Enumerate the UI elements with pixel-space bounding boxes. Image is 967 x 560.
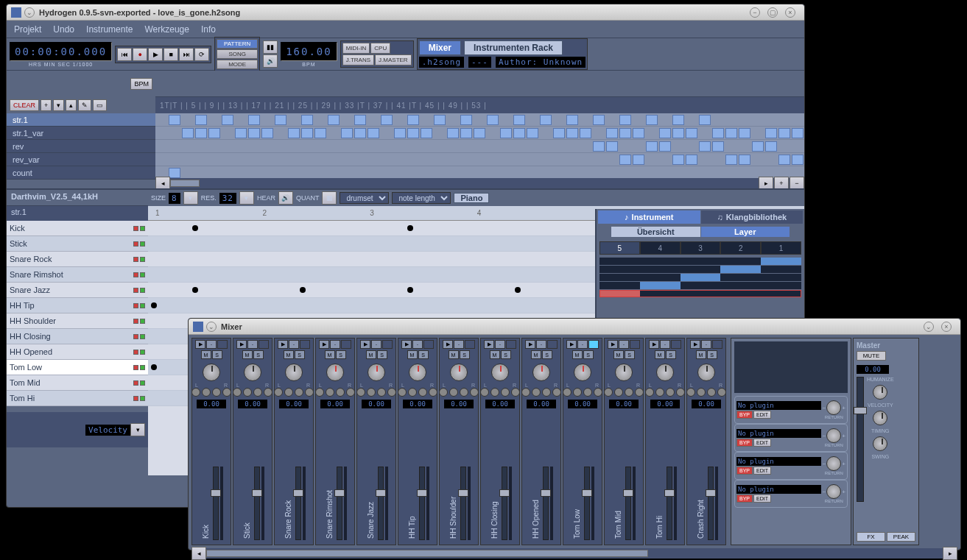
song-cell[interactable] [672,115,684,125]
song-cell[interactable] [593,141,605,152]
song-cell[interactable] [275,115,286,125]
menu-projekt[interactable]: Projekt [14,24,41,35]
res-dropdown-icon[interactable]: ▾ [239,191,254,205]
send-knob-4[interactable] [429,388,437,397]
channel-solo-button[interactable]: S [707,350,717,359]
send-knob-2[interactable] [614,388,623,397]
note[interactable] [515,287,521,293]
play-button[interactable]: ▶ [148,48,163,61]
channel-solo-button[interactable]: S [501,350,511,359]
res-value[interactable]: 32 [219,193,236,204]
song-cell[interactable] [619,115,631,125]
channel-play-button[interactable]: ▶ [401,340,412,349]
song-cell[interactable] [752,141,764,152]
song-cell[interactable] [646,141,658,152]
send-knob-4[interactable] [594,388,602,397]
song-cell[interactable] [792,128,804,138]
layer-2[interactable]: 2 [720,241,761,255]
solo-led[interactable] [140,241,145,247]
note[interactable] [151,302,157,308]
notelength-select[interactable]: note length [392,192,451,204]
pattern-row-str1[interactable]: str.1 [7,113,155,127]
pattern-row-rev[interactable]: rev [7,140,155,153]
song-cell[interactable] [222,115,233,125]
channel-fader[interactable] [460,467,466,540]
channel-trigger-button[interactable]: · [701,340,711,349]
song-cell[interactable] [580,128,591,138]
mute-led[interactable] [133,319,138,324]
song-cell[interactable] [619,155,631,165]
send-knob-2[interactable] [367,388,376,397]
channel-play-button[interactable]: ▶ [525,340,535,349]
send-knob-1[interactable] [604,388,613,397]
song-cell[interactable] [169,168,180,178]
send-knob-3[interactable] [542,388,551,397]
song-grid[interactable]: 1T|T | | 5 | | 9 | | 13 | | 17 | | 21 | … [155,71,804,188]
note[interactable] [192,287,198,293]
song-cell[interactable] [182,128,194,138]
bpm-marker-button[interactable]: BPM [130,78,152,90]
channel-mute-button[interactable]: M [242,350,253,359]
solo-led[interactable] [140,272,145,277]
send-knob-3[interactable] [295,388,303,397]
pan-knob[interactable] [656,364,674,381]
channel-fader[interactable] [254,467,260,540]
channel-mute-button[interactable]: M [284,350,294,359]
mixer-scroll-thumb[interactable] [206,550,648,557]
piano-button[interactable]: Piano [454,193,489,203]
drumset-select[interactable]: drumset [340,192,389,204]
solo-led[interactable] [140,226,145,231]
size-value[interactable]: 8 [169,193,180,204]
song-cell[interactable] [659,141,671,152]
send-knob-4[interactable] [717,388,726,397]
tab-overview[interactable]: Übersicht [611,227,700,237]
channel-trigger-button[interactable]: · [247,340,258,349]
song-cell[interactable] [566,128,578,138]
song-cell[interactable] [460,128,472,138]
zoom-in-icon[interactable]: + [774,177,789,188]
channel-solo-button[interactable]: S [253,350,264,359]
song-cell[interactable] [208,128,220,138]
pan-knob[interactable] [574,364,591,381]
song-cell[interactable] [381,115,393,125]
song-cell[interactable] [792,155,804,165]
mixer-shade-icon[interactable]: ⌄ [924,322,934,332]
song-cell[interactable] [739,128,750,138]
zoom-out-icon[interactable]: − [790,177,804,188]
channel-fader[interactable] [378,467,384,540]
send-knob-3[interactable] [253,388,262,397]
song-cell[interactable] [248,115,260,125]
solo-led[interactable] [140,396,145,401]
layer-4[interactable]: 4 [640,241,681,255]
song-cell[interactable] [553,128,565,138]
song-cell[interactable] [619,128,631,138]
channel-mute-button[interactable]: M [490,350,500,359]
song-cell[interactable] [248,128,260,138]
fx-bypass-button[interactable]: BYP [736,467,753,475]
channel-fader[interactable] [213,467,219,540]
send-knob-2[interactable] [532,388,541,397]
channel-mute-button[interactable]: M [696,350,706,359]
channel-play-button[interactable]: ▶ [319,340,329,349]
channel-trigger-button[interactable]: · [619,340,629,349]
fx-return-knob[interactable] [826,484,841,499]
instrument-row[interactable]: HH Tip [7,298,148,313]
menu-werkzeuge[interactable]: Werkzeuge [144,24,189,35]
channel-mute-button[interactable]: M [366,350,376,359]
song-cell[interactable] [328,115,340,125]
song-cell[interactable] [540,115,552,125]
channel-solo-button[interactable]: S [295,350,305,359]
channel-solo-button[interactable]: S [666,350,676,359]
send-knob-2[interactable] [284,388,293,397]
note[interactable] [407,287,413,293]
channel-fader[interactable] [584,467,590,540]
song-timeline[interactable] [155,71,804,97]
speaker-button[interactable]: 🔊 [263,54,278,68]
channel-fader[interactable] [543,467,549,540]
mixer-scroll-right-icon[interactable]: ▸ [943,547,957,560]
note[interactable] [192,225,198,231]
mixer-scroll-left-icon[interactable]: ◂ [191,547,206,560]
velocity-label[interactable]: Velocity [85,425,130,436]
mute-led[interactable] [133,365,138,370]
song-cell[interactable] [527,128,538,138]
